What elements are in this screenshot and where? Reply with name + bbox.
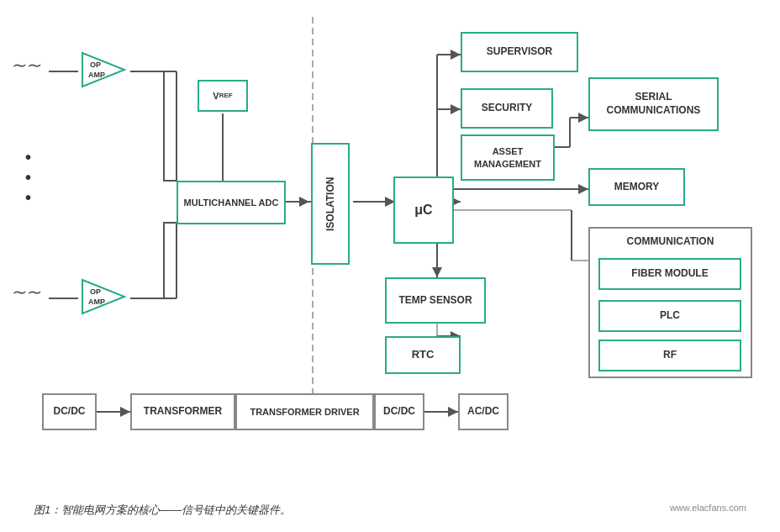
transformer-box: TRANSFORMER	[130, 393, 235, 430]
uc-box: μC	[393, 176, 454, 244]
asset-management-box: ASSET MANAGEMENT	[461, 134, 555, 181]
svg-text:OP: OP	[90, 61, 101, 69]
rtc-box: RTC	[385, 336, 461, 374]
svg-marker-32	[82, 53, 124, 87]
security-box: SECURITY	[461, 88, 553, 129]
vref-box: VREF	[198, 80, 248, 112]
svg-text:OP: OP	[90, 287, 101, 296]
wave-top: ∼∼	[12, 55, 42, 76]
signal-dots: •••	[25, 147, 31, 208]
svg-text:AMP: AMP	[88, 71, 105, 79]
multichannel-adc-box: MULTICHANNEL ADC	[177, 181, 286, 224]
rf-box: RF	[598, 340, 741, 371]
transformer-driver-box: TRANSFORMER DRIVER	[235, 393, 374, 430]
isolation-box: ISOLATION	[311, 143, 350, 265]
communication-label: COMMUNICATION	[590, 235, 751, 247]
op-amp-top: OP AMP	[78, 49, 129, 91]
wave-bottom: ∼∼	[12, 282, 42, 303]
watermark: www.elacfans.com	[670, 503, 746, 513]
op-amp-bottom: OP AMP	[78, 276, 129, 318]
diagram-container: ∼∼ ∼∼ ••• OP AMP OP AMP VREF MULTICHANNE…	[0, 0, 780, 496]
serial-communications-box: SERIAL COMMUNICATIONS	[588, 77, 719, 131]
acdc-box: AC/DC	[458, 393, 509, 430]
svg-text:AMP: AMP	[88, 298, 105, 306]
supervisor-box: SUPERVISOR	[461, 32, 578, 72]
temp-sensor-box: TEMP SENSOR	[385, 277, 486, 324]
plc-box: PLC	[598, 300, 741, 332]
fiber-module-box: FIBER MODULE	[598, 258, 741, 290]
dcdc1-box: DC/DC	[42, 393, 97, 430]
caption: 图1：智能电网方案的核心——信号链中的关键器件。 www.elacfans.co…	[0, 496, 780, 524]
communication-container: COMMUNICATION FIBER MODULE PLC RF	[588, 227, 752, 378]
memory-box: MEMORY	[588, 168, 685, 206]
svg-marker-35	[82, 280, 124, 313]
dcdc2-box: DC/DC	[374, 393, 424, 430]
